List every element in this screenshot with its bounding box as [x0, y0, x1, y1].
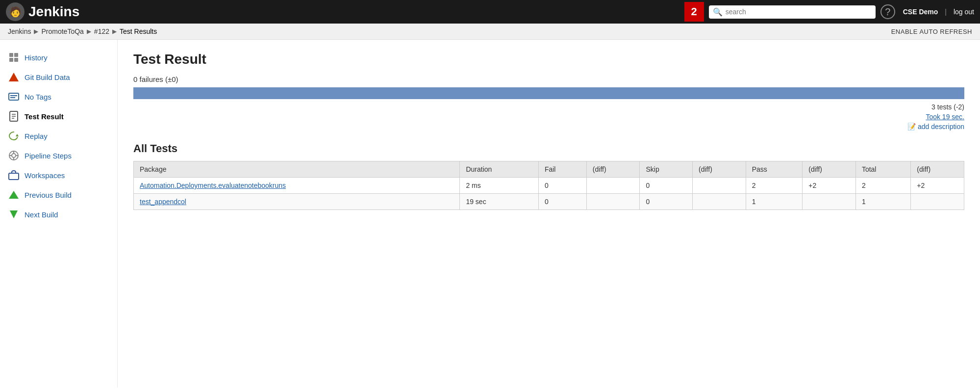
cell-total: 2: [855, 178, 910, 194]
search-input[interactable]: [726, 8, 872, 16]
cell-duration: 2 ms: [460, 178, 538, 194]
breadcrumb-current: Test Results: [120, 27, 157, 35]
col-fail-diff: (diff): [586, 161, 640, 178]
cell-skip: 0: [640, 194, 693, 210]
search-box: 🔍: [709, 5, 876, 19]
sidebar-label-workspaces: Workspaces: [25, 171, 65, 180]
cell-total-diff: +2: [911, 178, 964, 194]
table-body: Automation.Deployments.evaluatenotebookr…: [134, 178, 964, 210]
col-total-diff: (diff): [911, 161, 964, 178]
edit-icon: 📝: [907, 123, 916, 131]
cell-total-diff: [911, 194, 964, 210]
sidebar-item-next-build[interactable]: Next Build: [0, 205, 117, 224]
sidebar-item-pipeline-steps[interactable]: Pipeline Steps: [0, 146, 117, 165]
svg-marker-12: [16, 134, 19, 136]
col-skip: Skip: [640, 161, 693, 178]
breadcrumb-promotetaqa[interactable]: PromoteToQa: [41, 27, 83, 35]
cell-skip-diff: [693, 178, 746, 194]
logout-link[interactable]: log out: [954, 8, 974, 16]
breadcrumb: Jenkins ▶ PromoteToQa ▶ #122 ▶ Test Resu…: [0, 24, 980, 40]
cell-pass: 2: [746, 178, 803, 194]
sidebar-item-test-result[interactable]: Test Result: [0, 106, 117, 126]
search-icon: 🔍: [713, 7, 723, 17]
svg-rect-1: [9, 58, 13, 62]
svg-rect-7: [10, 97, 15, 98]
col-skip-diff: (diff): [693, 161, 746, 178]
breadcrumb-arrow-3: ▶: [112, 28, 117, 35]
previous-build-icon: [8, 189, 20, 201]
enable-auto-refresh-link[interactable]: ENABLE AUTO REFRESH: [891, 28, 972, 35]
replay-icon: [8, 130, 20, 142]
svg-rect-2: [14, 53, 18, 57]
separator: |: [945, 8, 947, 16]
test-result-icon: [8, 110, 20, 122]
col-pass-diff: (diff): [803, 161, 856, 178]
stats-tests-count: 3 tests (-2): [931, 103, 964, 111]
failures-label: 0 failures (±0): [133, 75, 964, 83]
main-layout: History Git Build Data No Tags Test Resu…: [0, 40, 980, 388]
cell-package: Automation.Deployments.evaluatenotebookr…: [134, 178, 460, 194]
col-pass: Pass: [746, 161, 803, 178]
sidebar-label-notags: No Tags: [25, 93, 51, 101]
sidebar-item-replay[interactable]: Replay: [0, 126, 117, 146]
user-name: CSE Demo: [903, 8, 938, 16]
breadcrumb-arrow-2: ▶: [87, 28, 91, 35]
cell-total: 1: [855, 194, 910, 210]
table-row: test_appendcol 19 sec 0 0 1 1: [134, 194, 964, 210]
svg-rect-0: [9, 53, 13, 57]
sidebar-item-history[interactable]: History: [0, 48, 117, 67]
header: 🧑 Jenkins 2 🔍 ? CSE Demo | log out: [0, 0, 980, 24]
package-link[interactable]: test_appendcol: [140, 198, 186, 206]
workspaces-icon: [8, 169, 20, 181]
sidebar-label-testresult: Test Result: [25, 112, 64, 121]
col-duration: Duration: [460, 161, 538, 178]
svg-rect-5: [9, 93, 19, 100]
progress-bar-fill: [133, 87, 964, 99]
page-title: Test Result: [133, 52, 964, 67]
sidebar-label-pipeline: Pipeline Steps: [25, 152, 72, 160]
jenkins-logo-text: Jenkins: [28, 4, 79, 20]
took-duration-link[interactable]: Took 19 sec.: [926, 113, 964, 121]
svg-rect-6: [10, 95, 17, 96]
table-header: Package Duration Fail (diff) Skip (diff)…: [134, 161, 964, 178]
jenkins-logo-icon: 🧑: [6, 2, 25, 21]
cell-fail-diff: [586, 194, 640, 210]
next-build-icon: [8, 209, 20, 220]
jenkins-logo[interactable]: 🧑 Jenkins: [6, 2, 79, 21]
package-link[interactable]: Automation.Deployments.evaluatenotebookr…: [140, 182, 286, 189]
all-tests-title: All Tests: [133, 142, 964, 155]
add-description-link[interactable]: 📝 add description: [907, 123, 964, 131]
tests-table: Package Duration Fail (diff) Skip (diff)…: [133, 161, 964, 210]
sidebar-item-previous-build[interactable]: Previous Build: [0, 185, 117, 205]
svg-point-14: [12, 154, 16, 157]
git-icon: [8, 71, 20, 83]
no-tags-icon: [8, 91, 20, 103]
cell-fail: 0: [538, 178, 586, 194]
sidebar-item-no-tags[interactable]: No Tags: [0, 87, 117, 106]
col-fail: Fail: [538, 161, 586, 178]
sidebar-label-previous: Previous Build: [25, 191, 72, 199]
svg-marker-20: [9, 191, 19, 199]
main-content: Test Result 0 failures (±0) 3 tests (-2)…: [118, 40, 980, 388]
help-button[interactable]: ?: [880, 4, 895, 19]
breadcrumb-build-number[interactable]: #122: [94, 27, 109, 35]
col-total: Total: [855, 161, 910, 178]
svg-rect-19: [9, 173, 19, 180]
cell-package: test_appendcol: [134, 194, 460, 210]
sidebar-item-git-build-data[interactable]: Git Build Data: [0, 67, 117, 87]
history-icon: [8, 52, 20, 63]
cell-fail: 0: [538, 194, 586, 210]
notification-badge[interactable]: 2: [684, 2, 704, 22]
sidebar: History Git Build Data No Tags Test Resu…: [0, 40, 118, 388]
pipeline-icon: [8, 150, 20, 161]
breadcrumb-jenkins[interactable]: Jenkins: [8, 27, 31, 35]
breadcrumb-arrow-1: ▶: [34, 28, 38, 35]
cell-pass-diff: +2: [803, 178, 856, 194]
table-row: Automation.Deployments.evaluatenotebookr…: [134, 178, 964, 194]
svg-marker-21: [10, 210, 18, 218]
sidebar-item-workspaces[interactable]: Workspaces: [0, 165, 117, 185]
sidebar-label-git: Git Build Data: [25, 73, 70, 81]
cell-fail-diff: [586, 178, 640, 194]
svg-marker-4: [9, 73, 19, 81]
sidebar-label-next: Next Build: [25, 210, 58, 219]
